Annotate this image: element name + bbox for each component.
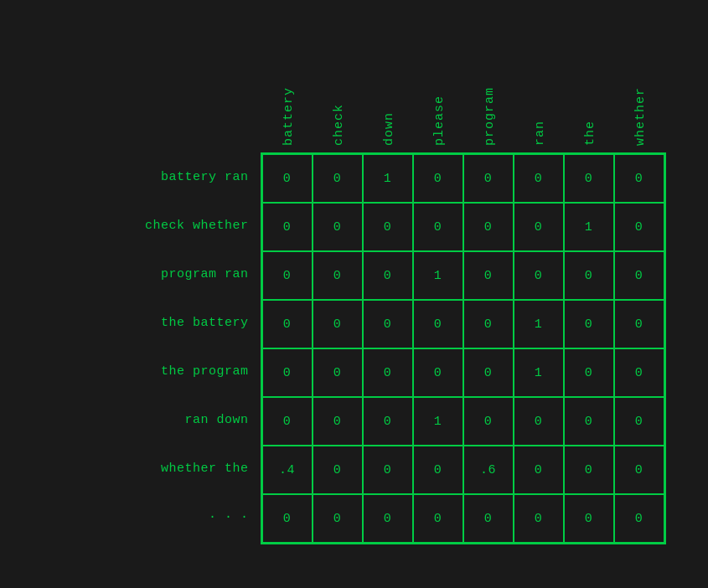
cell-6-2: 0 (363, 446, 413, 494)
col-header-whether: whether (616, 44, 666, 152)
col-header-text-down: down (382, 112, 396, 146)
row-label-5: ran down (43, 395, 261, 444)
col-header-the: the (566, 44, 616, 152)
data-grid: 0010000000000010000100000000010000000100… (261, 152, 666, 544)
cell-3-3: 0 (413, 300, 463, 348)
cell-0-4: 0 (463, 154, 514, 203)
cell-3-2: 0 (363, 300, 413, 348)
cell-4-2: 0 (363, 348, 413, 397)
cell-6-0: .4 (262, 446, 313, 494)
cell-1-7: 0 (614, 203, 664, 251)
row-label-3: the battery (43, 298, 261, 347)
cell-2-5: 0 (514, 251, 564, 300)
cell-4-3: 0 (413, 348, 463, 397)
col-header-text-ran: ran (533, 121, 547, 146)
cell-2-1: 0 (313, 251, 363, 300)
cell-5-4: 0 (463, 397, 514, 446)
cell-0-6: 0 (564, 154, 614, 203)
cell-7-4: 0 (463, 494, 514, 543)
cell-2-4: 0 (463, 251, 514, 300)
cell-3-6: 0 (564, 300, 614, 348)
cell-0-3: 0 (413, 154, 463, 203)
table-section: battery rancheck whetherprogram ranthe b… (43, 152, 666, 544)
cell-2-6: 0 (564, 251, 614, 300)
cell-2-0: 0 (262, 251, 313, 300)
cell-7-6: 0 (564, 494, 614, 543)
main-container: batterycheckdownpleaseprogramranthewheth… (26, 27, 683, 561)
cell-6-5: 0 (514, 446, 564, 494)
col-headers: batterycheckdownpleaseprogramranthewheth… (264, 44, 666, 152)
cell-6-1: 0 (313, 446, 363, 494)
cell-7-0: 0 (262, 494, 313, 543)
cell-6-4: .6 (463, 446, 514, 494)
cell-1-2: 0 (363, 203, 413, 251)
cell-4-0: 0 (262, 348, 313, 397)
cell-5-3: 1 (413, 397, 463, 446)
cell-1-5: 0 (514, 203, 564, 251)
col-header-text-battery: battery (282, 87, 296, 146)
cell-3-4: 0 (463, 300, 514, 348)
cell-4-1: 0 (313, 348, 363, 397)
cell-5-7: 0 (614, 397, 664, 446)
col-header-text-check: check (332, 104, 346, 146)
cell-5-2: 0 (363, 397, 413, 446)
cell-2-2: 0 (363, 251, 413, 300)
cell-0-1: 0 (313, 154, 363, 203)
cell-3-7: 0 (614, 300, 664, 348)
col-header-down: down (364, 44, 415, 152)
cell-3-5: 1 (514, 300, 564, 348)
cell-0-0: 0 (262, 154, 313, 203)
cell-5-5: 0 (514, 397, 564, 446)
cell-0-7: 0 (614, 154, 664, 203)
col-header-please: please (415, 44, 465, 152)
col-header-check: check (314, 44, 364, 152)
row-label-2: program ran (43, 250, 261, 298)
row-label-7: · · · (43, 493, 261, 541)
cell-3-1: 0 (313, 300, 363, 348)
cell-7-7: 0 (614, 494, 664, 543)
row-label-6: whether the (43, 444, 261, 493)
cell-4-5: 1 (514, 348, 564, 397)
cell-6-6: 0 (564, 446, 614, 494)
col-header-battery: battery (264, 44, 314, 152)
cell-6-3: 0 (413, 446, 463, 494)
cell-2-3: 1 (413, 251, 463, 300)
row-label-0: battery ran (43, 152, 261, 201)
col-header-program: program (465, 44, 515, 152)
col-header-text-whether: whether (633, 87, 648, 146)
row-label-1: check whether (43, 201, 261, 250)
cell-2-7: 0 (614, 251, 664, 300)
cell-7-5: 0 (514, 494, 564, 543)
top-section: batterycheckdownpleaseprogramranthewheth… (46, 44, 666, 152)
cell-5-1: 0 (313, 397, 363, 446)
cell-6-7: 0 (614, 446, 664, 494)
cell-7-3: 0 (413, 494, 463, 543)
cell-0-5: 0 (514, 154, 564, 203)
cell-1-6: 1 (564, 203, 614, 251)
cell-4-4: 0 (463, 348, 514, 397)
cell-4-6: 0 (564, 348, 614, 397)
row-labels: battery rancheck whetherprogram ranthe b… (43, 152, 261, 544)
cell-1-0: 0 (262, 203, 313, 251)
cell-0-2: 1 (363, 154, 413, 203)
col-header-text-program: program (483, 87, 497, 146)
cell-1-1: 0 (313, 203, 363, 251)
cell-1-3: 0 (413, 203, 463, 251)
cell-5-0: 0 (262, 397, 313, 446)
cell-3-0: 0 (262, 300, 313, 348)
col-header-ran: ran (515, 44, 566, 152)
cell-5-6: 0 (564, 397, 614, 446)
col-header-text-please: please (432, 95, 447, 146)
row-label-4: the program (43, 347, 261, 395)
cell-7-2: 0 (363, 494, 413, 543)
cell-7-1: 0 (313, 494, 363, 543)
cell-4-7: 0 (614, 348, 664, 397)
col-header-text-the: the (583, 121, 597, 146)
cell-1-4: 0 (463, 203, 514, 251)
